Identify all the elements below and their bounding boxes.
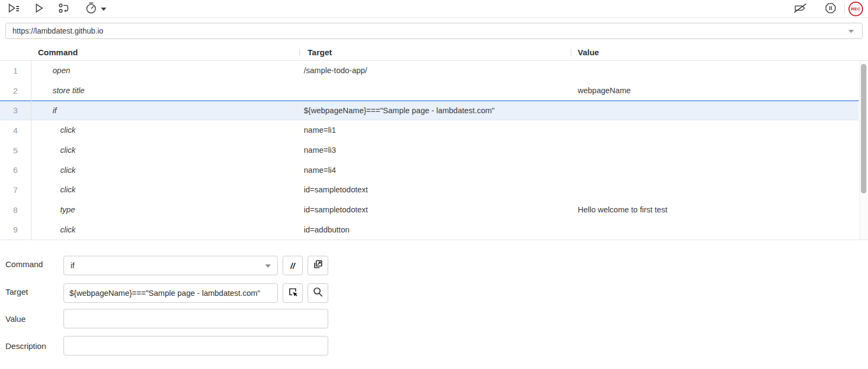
cell-command: open	[53, 66, 70, 75]
row-number: 7	[0, 180, 31, 200]
base-url-value: https://lambdatest.github.io	[12, 27, 103, 35]
pause-on-exceptions-icon	[824, 2, 837, 17]
find-target-button[interactable]	[308, 283, 328, 303]
disable-breakpoints-icon	[793, 2, 807, 17]
open-new-window-button[interactable]	[308, 256, 328, 275]
cell-command: store title	[53, 86, 85, 95]
table-row[interactable]: 9clickid=addbutton	[0, 220, 859, 240]
table-row[interactable]: 3if${webpageName}==="Sample page - lambd…	[0, 100, 859, 120]
row-number: 3	[0, 100, 31, 120]
target-field-label: Target	[5, 287, 28, 296]
test-speed-icon	[85, 1, 99, 17]
cell-target: id=sampletodotext	[304, 205, 368, 214]
toggle-comment-button[interactable]: //	[283, 256, 303, 275]
chevron-down-icon[interactable]	[848, 30, 854, 33]
command-select[interactable]: if	[63, 256, 278, 275]
table-row[interactable]: 7clickid=sampletodotext	[0, 180, 859, 200]
cell-target: id=sampletodotext	[304, 185, 368, 194]
chevron-down-icon	[265, 264, 271, 268]
command-field-label: Command	[5, 260, 43, 269]
base-url-select[interactable]: https://lambdatest.github.io	[5, 23, 863, 39]
run-all-tests-icon	[7, 2, 21, 17]
cell-command: click	[60, 126, 75, 134]
cell-value: Hello welcome to first test	[578, 205, 667, 214]
cell-command: type	[60, 205, 75, 214]
select-target-icon	[287, 286, 299, 300]
column-header-command: Command	[38, 48, 78, 57]
cell-command: if	[53, 106, 56, 115]
table-row[interactable]: 6clickname=li4	[0, 160, 859, 180]
cell-target: name=li1	[304, 126, 336, 134]
row-number: 2	[0, 81, 31, 101]
row-number: 9	[0, 220, 31, 240]
cell-target: name=li4	[304, 166, 336, 174]
column-header-value: Value	[578, 48, 599, 57]
command-select-value: if	[71, 261, 74, 270]
run-current-test-icon	[33, 2, 46, 17]
record-button-label: REC	[851, 7, 861, 11]
row-number: 1	[0, 61, 31, 81]
select-target-button[interactable]	[283, 283, 303, 303]
cell-command: click	[60, 185, 75, 194]
table-row[interactable]: 8typeid=sampletodotextHello welcome to f…	[0, 200, 859, 220]
table-scrollbar-thumb[interactable]	[861, 64, 866, 193]
record-button[interactable]: REC	[848, 2, 863, 16]
cell-command: click	[60, 166, 75, 174]
test-speed-button[interactable]	[84, 2, 107, 16]
disable-breakpoints-button[interactable]	[793, 2, 807, 16]
column-divider	[299, 49, 300, 56]
open-new-window-icon	[312, 258, 324, 273]
cell-target: ${webpageName}==="Sample page - lambdate…	[304, 106, 495, 115]
chevron-down-icon	[101, 8, 106, 11]
selenium-ide-window: REC https://lambdatest.github.io Command…	[0, 0, 868, 369]
commands-table-header: Command Target Value	[0, 46, 868, 61]
search-icon	[312, 286, 324, 300]
toolbar-divider	[844, 4, 845, 14]
pause-on-exceptions-button[interactable]	[824, 2, 838, 16]
row-number: 6	[0, 160, 31, 180]
row-number: 4	[0, 120, 31, 140]
table-bottom-divider	[0, 239, 868, 240]
row-number-divider	[31, 61, 31, 239]
step-over-icon	[58, 2, 71, 17]
cell-target: id=addbutton	[304, 225, 349, 234]
column-header-target: Target	[308, 48, 332, 57]
description-input[interactable]	[63, 336, 328, 355]
cell-command: click	[60, 225, 75, 234]
run-current-test-button[interactable]	[32, 2, 46, 16]
row-number: 8	[0, 200, 31, 220]
table-row[interactable]: 1open/sample-todo-app/	[0, 61, 859, 81]
step-over-button[interactable]	[57, 2, 71, 16]
cell-value: webpageName	[578, 86, 631, 95]
row-number: 5	[0, 140, 31, 160]
comment-icon: //	[290, 261, 295, 270]
toolbar: REC	[0, 0, 868, 18]
commands-table: 1open/sample-todo-app/2store titlewebpag…	[0, 61, 859, 239]
table-row[interactable]: 4clickname=li1	[0, 120, 859, 140]
cell-target: /sample-todo-app/	[304, 66, 367, 75]
table-row[interactable]: 2store titlewebpageName	[0, 81, 859, 101]
target-input[interactable]	[63, 283, 278, 303]
value-input[interactable]	[63, 309, 328, 328]
description-field-label: Description	[5, 341, 46, 351]
column-divider	[571, 49, 571, 56]
cell-target: name=li3	[304, 146, 336, 154]
table-row[interactable]: 5clickname=li3	[0, 140, 859, 160]
cell-command: click	[60, 146, 75, 154]
value-field-label: Value	[5, 314, 25, 323]
run-all-tests-button[interactable]	[7, 2, 21, 16]
